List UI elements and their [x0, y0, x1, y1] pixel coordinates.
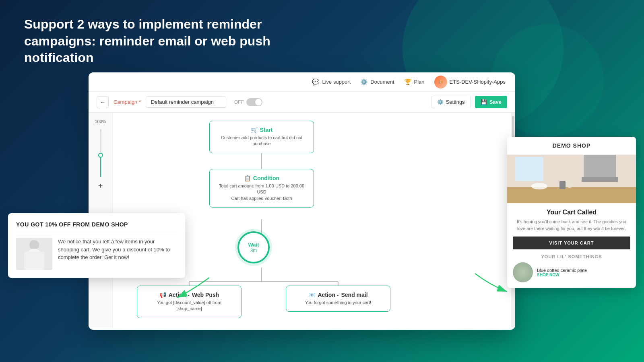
flow-node-condition[interactable]: 📋 Condition Total cart amount: from 1.00… [209, 169, 314, 208]
toolbar-right: ⚙️ Settings 💾 Save [431, 96, 507, 108]
svg-rect-11 [507, 187, 636, 203]
zoom-plus-button[interactable]: + [98, 182, 103, 190]
email-body: Your Cart Called It's hoping you'll come… [507, 203, 636, 288]
popup-person-svg [16, 238, 52, 270]
page-title: Support 2 ways to implement reminder cam… [24, 16, 314, 66]
flow-node-action-mail[interactable]: 📧 Action - Send mail You forgot somethin… [286, 286, 390, 312]
flow-node-action-web[interactable]: 📢 Action - Web Push You got [discount_va… [137, 286, 242, 318]
email-cart-title: Your Cart Called [513, 209, 630, 216]
cart-icon: 🛒 [251, 127, 258, 133]
email-cart-desc: It's hoping you'll come back and see it.… [513, 218, 630, 232]
web-push-popup: YOU GOT 10% OFF FROM DEMO SHOP We notice… [8, 213, 185, 278]
zoom-slider[interactable] [100, 129, 101, 177]
svg-point-7 [29, 240, 39, 250]
nav-bar: 💬 Live support ⚙️ Document 🏆 Plan 🎨 ETS-… [89, 72, 515, 92]
svg-rect-9 [24, 252, 44, 270]
svg-rect-16 [559, 181, 566, 189]
gear-icon: ⚙️ [437, 99, 444, 105]
email-product: Blue dotted ceramic plate SHOP NOW [513, 262, 630, 282]
email-hero-image [507, 155, 636, 203]
product-image [513, 262, 533, 282]
flow-node-start[interactable]: 🛒 Start Customer add products to cart bu… [209, 121, 314, 153]
popup-divider [16, 232, 177, 232]
toolbar: ← Campaign * OFF ⚙️ Settings 💾 Save [89, 92, 515, 113]
nav-plan[interactable]: 🏆 Plan [404, 78, 425, 86]
zoom-percentage: 100% [95, 119, 106, 124]
kitchen-image-svg [507, 155, 636, 203]
campaign-label: Campaign * [114, 99, 141, 105]
toggle-knob [255, 99, 262, 105]
settings-button[interactable]: ⚙️ Settings [431, 96, 471, 108]
popup-image [16, 238, 52, 270]
svg-rect-13 [582, 177, 618, 182]
popup-title: YOU GOT 10% OFF FROM DEMO SHOP [16, 221, 177, 228]
shop-now-link[interactable]: SHOP NOW [537, 273, 630, 277]
chat-icon: 💬 [312, 78, 320, 86]
email-section-title: YOUR LIL' SOMETHINGS [513, 254, 630, 259]
svg-rect-14 [515, 157, 543, 181]
document-icon: ⚙️ [360, 78, 368, 86]
action-mail-description: You forgot something in your cart! [294, 300, 382, 306]
product-info: Blue dotted ceramic plate SHOP NOW [537, 268, 630, 277]
nav-brand[interactable]: 🎨 ETS-DEV-SHopify-Apps [434, 76, 506, 88]
toggle-wrap: OFF [234, 98, 262, 106]
back-button[interactable]: ← [97, 96, 109, 108]
visit-cart-button[interactable]: VISIT YOUR CART [513, 237, 630, 249]
svg-point-17 [566, 180, 574, 188]
action-web-description: You got [discount_value] off from [shop_… [145, 300, 233, 312]
flow-node-wait[interactable]: Wait 3m [237, 231, 270, 263]
brand-avatar: 🎨 [434, 76, 447, 88]
email-shop-name: DEMO SHOP [507, 137, 636, 155]
email-preview: DEMO SHOP Your Cart Called It's hoping y… [507, 137, 636, 288]
web-push-icon: 📢 [159, 292, 166, 298]
condition-icon: 📋 [244, 175, 251, 181]
trophy-icon: 🏆 [404, 78, 412, 86]
condition-description: Total cart amount: from 1.00 USD to 200.… [218, 183, 305, 202]
nav-document[interactable]: ⚙️ Document [360, 78, 394, 86]
nav-live-support[interactable]: 💬 Live support [312, 78, 351, 86]
svg-rect-12 [584, 155, 616, 179]
save-icon: 💾 [481, 99, 487, 105]
campaign-name-input[interactable] [146, 96, 226, 108]
zoom-thumb [98, 153, 103, 158]
start-description: Customer add products to cart but did no… [218, 135, 305, 147]
svg-point-15 [531, 183, 547, 189]
save-button[interactable]: 💾 Save [475, 96, 507, 108]
zoom-fill [100, 158, 101, 177]
popup-body: We notice that you left a few items in y… [58, 238, 177, 261]
product-name: Blue dotted ceramic plate [537, 268, 630, 273]
app-window: 💬 Live support ⚙️ Document 🏆 Plan 🎨 ETS-… [89, 72, 515, 330]
popup-content: We notice that you left a few items in y… [16, 238, 177, 270]
toggle-switch[interactable] [246, 98, 262, 106]
mail-icon: 📧 [308, 292, 315, 298]
